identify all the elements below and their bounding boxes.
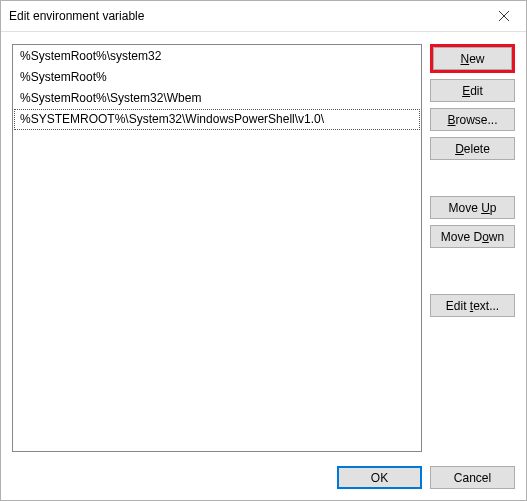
dialog-footer: OK Cancel (12, 452, 515, 489)
new-button-highlight: New (430, 44, 515, 73)
window-title: Edit environment variable (9, 9, 481, 23)
list-item[interactable]: %SystemRoot%\System32\Wbem (14, 88, 420, 109)
dialog-window: Edit environment variable %SystemRoot%\s… (0, 0, 527, 501)
client-area: %SystemRoot%\system32%SystemRoot%%System… (1, 32, 526, 500)
move-up-button[interactable]: Move Up (430, 196, 515, 219)
main-row: %SystemRoot%\system32%SystemRoot%%System… (12, 44, 515, 452)
close-button[interactable] (481, 2, 526, 31)
edit-text-button[interactable]: Edit text... (430, 294, 515, 317)
delete-button[interactable]: Delete (430, 137, 515, 160)
new-button[interactable]: New (433, 47, 512, 70)
close-icon (499, 11, 509, 21)
list-item[interactable]: %SYSTEMROOT%\System32\WindowsPowerShell\… (14, 109, 420, 130)
edit-button[interactable]: Edit (430, 79, 515, 102)
browse-button[interactable]: Browse... (430, 108, 515, 131)
path-listbox[interactable]: %SystemRoot%\system32%SystemRoot%%System… (12, 44, 422, 452)
list-item[interactable]: %SystemRoot% (14, 67, 420, 88)
ok-button[interactable]: OK (337, 466, 422, 489)
list-item[interactable]: %SystemRoot%\system32 (14, 46, 420, 67)
cancel-button[interactable]: Cancel (430, 466, 515, 489)
titlebar: Edit environment variable (1, 1, 526, 32)
button-column: New Edit Browse... Delete Move Up (430, 44, 515, 452)
move-down-button[interactable]: Move Down (430, 225, 515, 248)
